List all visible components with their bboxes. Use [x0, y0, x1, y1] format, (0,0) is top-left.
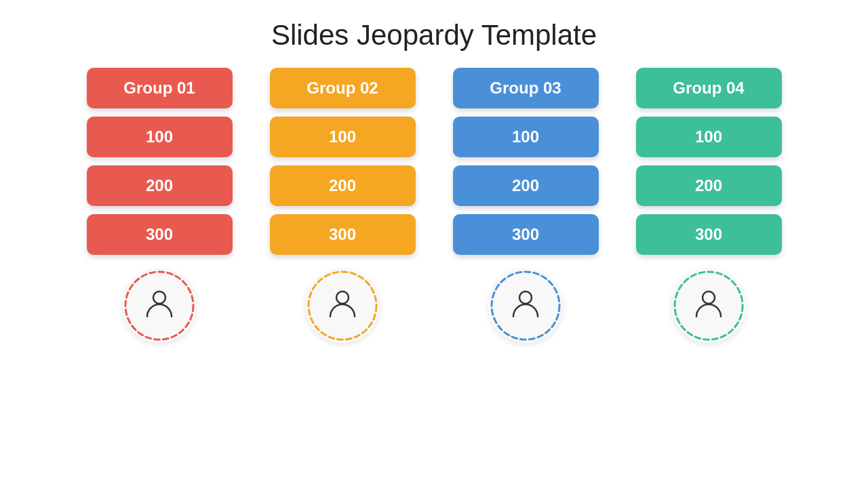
- jeopardy-grid: Group 01100200300 Group 02100200300 Grou…: [46, 68, 823, 343]
- group-02-score-200-button[interactable]: 200: [270, 165, 416, 206]
- group-03-header-button[interactable]: Group 03: [453, 68, 599, 108]
- group-01-score-300-button[interactable]: 300: [87, 214, 233, 255]
- svg-point-0: [125, 272, 193, 340]
- group-04-avatar: [671, 268, 746, 343]
- group-03-score-200-button[interactable]: 200: [453, 165, 599, 206]
- column-group-02: Group 02100200300: [270, 68, 416, 343]
- group-02-header-button[interactable]: Group 02: [270, 68, 416, 108]
- svg-point-4: [492, 272, 559, 340]
- group-03-score-100-button[interactable]: 100: [453, 117, 599, 157]
- group-04-score-200-button[interactable]: 200: [636, 165, 782, 206]
- group-04-header-button[interactable]: Group 04: [636, 68, 782, 108]
- group-01-score-200-button[interactable]: 200: [87, 165, 233, 206]
- group-02-score-100-button[interactable]: 100: [270, 117, 416, 157]
- group-03-avatar: [488, 268, 563, 343]
- page-title: Slides Jeopardy Template: [271, 19, 597, 52]
- group-01-avatar: [122, 268, 197, 343]
- group-03-score-300-button[interactable]: 300: [453, 214, 599, 255]
- group-01-score-100-button[interactable]: 100: [87, 117, 233, 157]
- svg-point-2: [309, 272, 376, 340]
- svg-point-6: [675, 272, 743, 340]
- group-01-header-button[interactable]: Group 01: [87, 68, 233, 108]
- group-02-avatar: [305, 268, 380, 343]
- column-group-04: Group 04100200300: [636, 68, 782, 343]
- group-02-score-300-button[interactable]: 300: [270, 214, 416, 255]
- column-group-03: Group 03100200300: [453, 68, 599, 343]
- group-04-score-300-button[interactable]: 300: [636, 214, 782, 255]
- column-group-01: Group 01100200300: [87, 68, 233, 343]
- group-04-score-100-button[interactable]: 100: [636, 117, 782, 157]
